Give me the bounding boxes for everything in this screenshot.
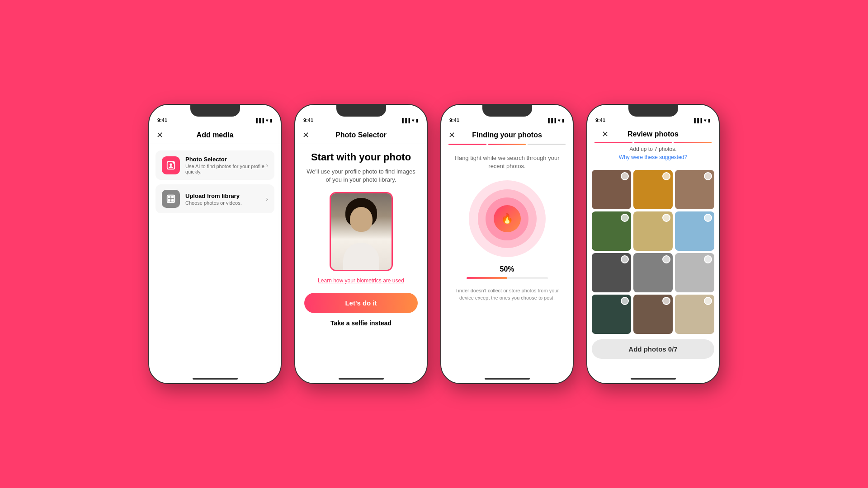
- svg-rect-5: [168, 199, 171, 202]
- time-1: 9:41: [157, 117, 167, 123]
- home-indicator-3: [485, 378, 530, 380]
- photo-selector-item[interactable]: Photo Selector Use AI to find photos for…: [156, 150, 274, 180]
- photo-thumb-7[interactable]: [592, 253, 631, 292]
- photo-selector-icon: [162, 156, 180, 174]
- upload-library-icon: [162, 190, 180, 208]
- status-icons-2: ▐▐▐ ▾ ▮: [401, 118, 419, 123]
- close-button-1[interactable]: ✕: [156, 130, 163, 140]
- tinder-logo-center: 🔥: [494, 205, 521, 232]
- progress-row-4: [594, 142, 712, 143]
- face-body: [343, 243, 379, 270]
- photos-grid: [587, 167, 719, 337]
- progress-seg-3: [528, 144, 566, 145]
- signal-icon-2: ▐▐▐: [401, 118, 410, 123]
- upload-library-text: Upload from library Choose photos or vid…: [185, 192, 266, 206]
- close-button-3[interactable]: ✕: [448, 130, 455, 140]
- svg-rect-6: [171, 199, 174, 202]
- phone-3: 9:41 ▐▐▐ ▾ ▮ ✕ Finding your photos Hang …: [440, 104, 574, 384]
- photo-selector-main-title: Start with your photo: [311, 151, 411, 163]
- photo-selector-title: Photo Selector: [185, 156, 266, 163]
- screen-2: ✕ Photo Selector Start with your photo W…: [295, 125, 427, 374]
- photo-thumb-4[interactable]: [592, 211, 631, 251]
- biometrics-link[interactable]: Learn how your biometrics are used: [318, 277, 404, 284]
- nav-header-1: ✕ Add media: [149, 125, 281, 144]
- photo-check-5[interactable]: [662, 214, 670, 222]
- phone-4: 9:41 ▐▐▐ ▾ ▮ ✕ Review photos Add up to 7…: [586, 104, 720, 384]
- wifi-icon-4: ▾: [704, 118, 706, 123]
- phone-1: 9:41 ▐▐▐ ▾ ▮ ✕ Add media: [148, 104, 282, 384]
- nav-title-2: Photo Selector: [335, 131, 387, 139]
- nav-title-3: Finding your photos: [472, 131, 542, 139]
- photo-check-10[interactable]: [621, 297, 629, 305]
- nav-header-4: ✕ Review photos Add up to 7 photos. Why …: [587, 125, 719, 167]
- phones-container: 9:41 ▐▐▐ ▾ ▮ ✕ Add media: [148, 104, 720, 384]
- photo-check-2[interactable]: [662, 172, 670, 180]
- battery-icon-3: ▮: [562, 118, 565, 123]
- face-skin: [350, 207, 373, 232]
- signal-icon-4: ▐▐▐: [693, 118, 702, 123]
- photo-check-11[interactable]: [662, 297, 670, 305]
- add-photos-label: Add up to 7 photos.: [629, 146, 676, 152]
- close-button-4[interactable]: ✕: [602, 129, 609, 139]
- progress-seg-4-2: [634, 142, 672, 143]
- photo-check-7[interactable]: [621, 255, 629, 263]
- home-indicator-2: [339, 378, 384, 380]
- screen-1: ✕ Add media Photo Selector: [149, 125, 281, 374]
- upload-library-item[interactable]: Upload from library Choose photos or vid…: [156, 184, 274, 213]
- photo-check-4[interactable]: [621, 214, 629, 222]
- selfie-link[interactable]: Take a selfie instead: [330, 319, 392, 327]
- progress-row-3: [441, 144, 573, 150]
- nav-title-4: Review photos: [627, 130, 679, 138]
- face-illustration: [331, 193, 392, 270]
- add-photos-button[interactable]: Add photos 0/7: [592, 339, 714, 359]
- photo-thumb-8[interactable]: [633, 253, 673, 292]
- progress-seg-1: [448, 144, 486, 145]
- photo-thumb-9[interactable]: [675, 253, 714, 292]
- photo-thumb-1[interactable]: [592, 170, 631, 209]
- close-button-2[interactable]: ✕: [302, 130, 309, 140]
- time-4: 9:41: [595, 117, 605, 123]
- photo-check-6[interactable]: [704, 214, 712, 222]
- nav-title-1: Add media: [197, 131, 234, 139]
- photo-thumb-5[interactable]: [633, 211, 673, 251]
- flame-icon: 🔥: [501, 213, 513, 225]
- nav-header-2: ✕ Photo Selector: [295, 125, 427, 144]
- battery-icon-2: ▮: [416, 118, 419, 123]
- nav-header-3: ✕ Finding your photos: [441, 125, 573, 144]
- photo-check-9[interactable]: [704, 255, 712, 263]
- photo-check-8[interactable]: [662, 255, 670, 263]
- photo-check-3[interactable]: [704, 172, 712, 180]
- why-suggested-link[interactable]: Why were these suggested?: [619, 154, 687, 160]
- photo-check-12[interactable]: [704, 297, 712, 305]
- svg-rect-3: [168, 196, 171, 199]
- photo-thumb-12[interactable]: [675, 295, 714, 334]
- upload-library-arrow: ›: [266, 195, 268, 202]
- photo-selector-subtitle: Use AI to find photos for your profile q…: [185, 164, 266, 174]
- photo-thumb-2[interactable]: [633, 170, 673, 209]
- upload-library-subtitle: Choose photos or videos.: [185, 200, 266, 206]
- status-bar-1: 9:41 ▐▐▐ ▾ ▮: [149, 105, 281, 125]
- add-media-content: Photo Selector Use AI to find photos for…: [149, 144, 281, 224]
- wifi-icon-2: ▾: [412, 118, 414, 123]
- progress-fill: [467, 277, 507, 279]
- status-icons-1: ▐▐▐ ▾ ▮: [255, 118, 273, 123]
- svg-rect-4: [171, 196, 174, 199]
- screen-3: ✕ Finding your photos Hang tight while w…: [441, 125, 573, 374]
- finding-photos-content: Hang tight while we search through your …: [441, 150, 573, 306]
- finding-subtitle: Hang tight while we search through your …: [450, 154, 564, 170]
- photo-thumb-6[interactable]: [675, 211, 714, 251]
- battery-icon-4: ▮: [708, 118, 711, 123]
- status-icons-3: ▐▐▐ ▾ ▮: [547, 118, 565, 123]
- home-indicator-4: [631, 378, 676, 380]
- photo-thumb-3[interactable]: [675, 170, 714, 209]
- lets-do-it-button[interactable]: Let's do it: [304, 293, 418, 313]
- status-bar-2: 9:41 ▐▐▐ ▾ ▮: [295, 105, 427, 125]
- photo-selector-content: Start with your photo We'll use your pro…: [295, 144, 427, 334]
- photo-check-1[interactable]: [621, 172, 629, 180]
- status-bar-4: 9:41 ▐▐▐ ▾ ▮: [587, 105, 719, 125]
- photo-selector-main-subtitle: We'll use your profile photo to find ima…: [304, 168, 418, 184]
- profile-photo-frame: [330, 192, 393, 271]
- photo-thumb-11[interactable]: [633, 295, 673, 334]
- photo-thumb-10[interactable]: [592, 295, 631, 334]
- privacy-note: Tinder doesn't collect or store photos f…: [450, 287, 564, 301]
